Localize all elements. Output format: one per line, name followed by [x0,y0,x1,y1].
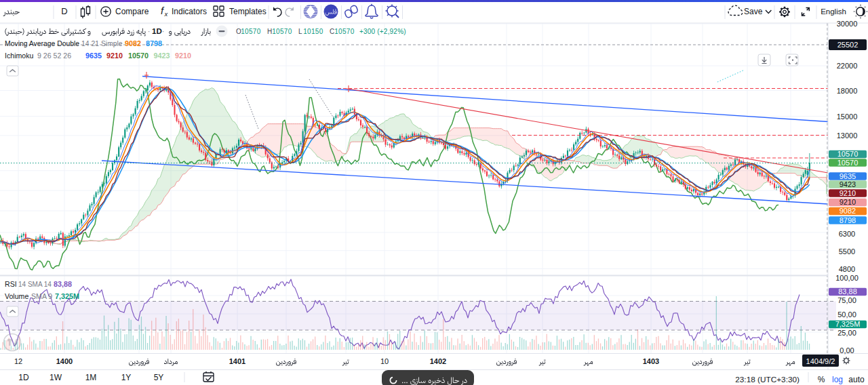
svg-text:10570: 10570 [837,150,859,158]
svg-text:9082: 9082 [125,39,141,47]
svg-text:0,00: 0,00 [840,346,854,354]
svg-text:RSI: RSI [5,280,17,288]
svg-text:·: · [162,27,165,35]
svg-text:1404/9/2: 1404/9/2 [806,357,835,365]
svg-text:5Y: 5Y [154,373,164,382]
svg-text:Volume: Volume [5,292,28,300]
svg-text:6300: 6300 [839,230,855,238]
svg-text:1401: 1401 [229,357,245,365]
svg-text:1D: 1D [152,27,162,35]
svg-text:+300 (+2,92%): +300 (+2,92%) [359,28,406,35]
svg-text:10570: 10570 [128,52,149,60]
svg-text:SMA 9: SMA 9 [31,292,52,300]
svg-text:100,00: 100,00 [835,274,859,282]
svg-text:12: 12 [14,357,22,365]
svg-text:9635: 9635 [85,52,102,60]
svg-text:8798: 8798 [840,216,856,224]
svg-text:7,325M: 7,325M [55,292,79,300]
svg-text:10570: 10570 [272,28,292,35]
svg-text:D: D [61,6,67,16]
svg-text:23:18 (UTC+3:30): 23:18 (UTC+3:30) [735,375,800,384]
svg-text:log: log [832,375,843,384]
svg-text:25502: 25502 [837,41,859,49]
svg-text:Compare: Compare [115,7,149,16]
svg-text:Ichimoku: Ichimoku [5,52,33,60]
svg-text:9210: 9210 [175,52,191,60]
svg-text:Indicators: Indicators [172,7,207,16]
svg-text:13000: 13000 [837,131,858,140]
svg-text:1400: 1400 [56,357,73,365]
svg-text:9635: 9635 [840,172,856,180]
svg-text:30000: 30000 [837,20,858,28]
svg-text:22000: 22000 [837,62,858,70]
svg-text:15000: 15000 [837,113,858,121]
svg-text:9423: 9423 [154,52,170,60]
svg-text:9082: 9082 [840,207,856,215]
svg-text:1D: 1D [18,373,29,382]
svg-text:25,00: 25,00 [837,329,856,337]
svg-text:English: English [821,7,846,16]
svg-text:L: L [298,28,302,35]
svg-text:10570: 10570 [334,28,354,35]
svg-text:14 SMA 14: 14 SMA 14 [18,281,52,288]
svg-text:10570: 10570 [241,28,260,35]
svg-text:·: · [148,27,151,35]
svg-text:83,88: 83,88 [54,280,72,288]
svg-text:83,88: 83,88 [838,287,857,296]
svg-text:1W: 1W [50,373,62,382]
svg-text:Moving Average Double: Moving Average Double [5,40,79,47]
svg-text:1Y: 1Y [121,373,132,382]
svg-text:9210: 9210 [106,52,123,60]
svg-text:Save: Save [744,7,763,16]
svg-text:5500: 5500 [839,247,855,256]
svg-text:%: % [818,375,825,384]
svg-text:4800: 4800 [839,265,855,273]
svg-text:9210: 9210 [840,198,856,206]
svg-text:50,00: 50,00 [837,310,856,319]
svg-text:Templates: Templates [229,7,267,16]
svg-text:9210: 9210 [840,189,856,197]
svg-text:1402: 1402 [430,357,446,365]
svg-text:H: H [267,28,272,35]
svg-text:8798: 8798 [146,39,162,47]
svg-text:10570: 10570 [837,159,859,167]
svg-text:auto: auto [848,375,865,384]
svg-text:10150: 10150 [303,28,323,35]
svg-text:7,325M: 7,325M [835,320,861,328]
svg-text:14 21 Simple: 14 21 Simple [81,40,123,47]
svg-text:1403: 1403 [643,357,659,365]
svg-text:18000: 18000 [837,87,858,95]
svg-text:9 26 52 26: 9 26 52 26 [37,52,71,60]
svg-text:9423: 9423 [840,180,856,188]
svg-text:C: C [330,28,334,35]
svg-text:75,00: 75,00 [837,296,856,304]
svg-text:10: 10 [380,357,389,365]
svg-text:1M: 1M [85,373,97,382]
